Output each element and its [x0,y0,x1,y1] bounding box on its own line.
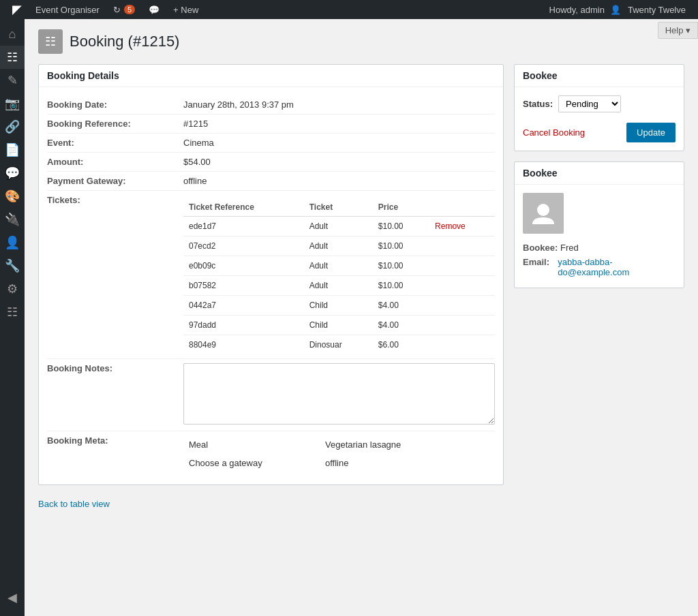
booking-details-content: Booking Date: January 28th, 2013 9:37 pm… [39,87,503,484]
bookee-status-title: Bookee [515,65,684,87]
col-ticket-type: Ticket [304,198,373,217]
side-column: Bookee Status: Pending Approved Rejected… [514,64,684,298]
col-ticket-price: Price [373,198,429,217]
meta-key: Choose a gateway [183,454,320,472]
menu-icon-dashboard[interactable]: ☷ [0,46,25,69]
status-label: Status: [523,99,553,109]
bookee-info-title: Bookee [515,162,684,185]
menu-icon-appearance[interactable]: 🎨 [0,185,25,208]
booking-date-value: January 28th, 2013 9:37 pm [183,99,495,110]
booking-event-label: Event: [47,138,183,148]
ticket-row: 07ecd2 Adult $10.00 [183,236,495,256]
bookee-email-label: Email: [523,257,558,277]
menu-icon-comments[interactable]: 💬 [0,161,25,185]
theme-name[interactable]: Twenty Twelve [621,5,693,15]
menu-icon-home[interactable]: ⌂ [0,22,25,46]
ticket-type: Adult [304,236,373,256]
ticket-ref: 8804e9 [183,335,304,355]
ticket-type: Adult [304,217,373,236]
menu-icon-plugins[interactable]: 🔌 [0,208,25,231]
booking-details-title: Booking Details [39,65,503,87]
updates-item[interactable]: ↻ 5 [106,0,142,19]
ticket-price: $10.00 [373,256,429,276]
new-item[interactable]: + New [166,0,205,19]
updates-icon: ↻ [113,5,121,15]
action-row: Cancel Booking Update [523,123,676,142]
booking-reference-value: #1215 [183,119,495,129]
site-name[interactable]: Event Organiser [29,0,106,19]
back-area: Back to table view [38,495,504,523]
ticket-type: Child [304,315,373,335]
menu-icon-users[interactable]: 👤 [0,231,25,254]
bookee-email-row: Email: yabba-dabba-do@example.com [523,255,676,279]
bookee-name-value: Fred [560,243,579,253]
menu-icon-grid[interactable]: ☷ [0,301,25,324]
menu-icon-links[interactable]: 🔗 [0,115,25,138]
page-title: Booking (#1215) [70,33,179,50]
updates-count: 5 [124,5,135,14]
back-to-table-link[interactable]: Back to table view [38,499,110,509]
booking-details-box: Booking Details Booking Date: January 28… [38,64,504,485]
booking-amount-row: Amount: $54.00 [47,153,495,172]
svg-point-0 [537,204,549,216]
menu-collapse-icon[interactable]: ◀ [0,586,25,609]
menu-icon-tools[interactable]: 🔧 [0,254,25,277]
ticket-ref: 07ecd2 [183,236,304,256]
ticket-type: Dinosuar [304,335,373,355]
booking-notes-textarea[interactable] [183,363,495,425]
meta-table: Meal Vegetarian lasagne Choose a gateway… [183,435,495,472]
booking-event-row: Event: Cinema [47,134,495,153]
ticket-row: 97dadd Child $4.00 [183,315,495,335]
ticket-action [429,296,495,315]
ticket-price: $10.00 [373,276,429,296]
menu-icon-posts[interactable]: ✎ [0,69,25,92]
booking-reference-label: Booking Reference: [47,119,183,129]
booking-notes-row: Booking Notes: [47,359,495,431]
ticket-action: Remove [429,217,495,236]
booking-tickets-value: Ticket Reference Ticket Price ede1d7 A [183,195,495,354]
ticket-price: $10.00 [373,236,429,256]
howdy-text: Howdy, admin [544,5,610,15]
tickets-table: Ticket Reference Ticket Price ede1d7 A [183,198,495,354]
ticket-ref: ede1d7 [183,217,304,236]
booking-meta-value: Meal Vegetarian lasagne Choose a gateway… [183,435,495,472]
bookee-email-link[interactable]: yabba-dabba-do@example.com [558,257,676,277]
bookee-avatar [523,193,564,234]
ticket-ref: e0b09c [183,256,304,276]
ticket-action [429,315,495,335]
ticket-type: Adult [304,276,373,296]
booking-event-value: Cinema [183,138,495,148]
ticket-row: b07582 Adult $10.00 [183,276,495,296]
bookee-name-row: Bookee: Fred [523,241,676,255]
bookee-status-content: Status: Pending Approved Rejected Cancel… [515,87,684,151]
booking-tickets-label: Tickets: [47,195,183,205]
ticket-type: Child [304,296,373,315]
booking-gateway-row: Payment Gateway: offline [47,172,495,191]
menu-icon-pages[interactable]: 📄 [0,138,25,161]
status-select[interactable]: Pending Approved Rejected Cancelled [558,95,621,112]
menu-icon-settings[interactable]: ⚙ [0,277,25,301]
col-ticket-action [429,198,495,217]
update-button[interactable]: Update [626,123,676,142]
status-row: Status: Pending Approved Rejected Cancel… [523,95,676,112]
comments-item[interactable]: 💬 [142,0,166,19]
meta-key: Meal [183,435,320,454]
help-button[interactable]: Help ▾ [658,22,698,39]
menu-icon-media[interactable]: 📷 [0,92,25,115]
booking-date-row: Booking Date: January 28th, 2013 9:37 pm [47,95,495,114]
cancel-booking-button[interactable]: Cancel Booking [523,127,585,138]
ticket-action [429,256,495,276]
booking-gateway-value: offline [183,176,495,186]
ticket-row: 0442a7 Child $4.00 [183,296,495,315]
avatar-icon [531,201,556,226]
ticket-ref: 0442a7 [183,296,304,315]
ticket-type: Adult [304,256,373,276]
main-content: ☷ Booking (#1215) Booking Details Bookin… [25,19,698,616]
remove-link[interactable]: Remove [435,221,466,231]
wp-logo[interactable]: ◤ [5,0,29,19]
avatar-placeholder: 👤 [610,5,621,15]
bookee-info-content: Bookee: Fred Email: yabba-dabba-do@examp… [515,185,684,288]
admin-sidebar: ⌂ ☷ ✎ 📷 🔗 📄 💬 🎨 🔌 👤 🔧 ⚙ ☷ ◀ [0,19,25,616]
booking-notes-value [183,363,495,427]
booking-amount-value: $54.00 [183,157,495,167]
